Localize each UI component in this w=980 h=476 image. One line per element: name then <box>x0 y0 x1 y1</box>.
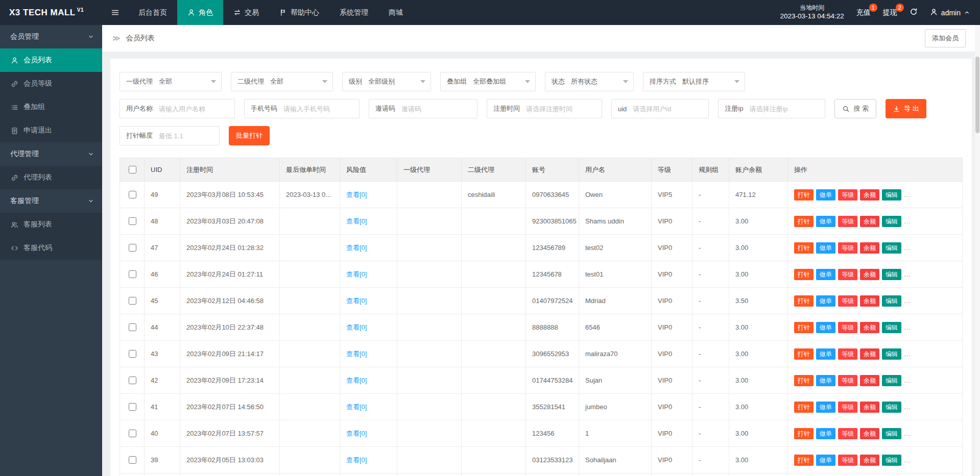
action-level-button[interactable]: 等级 <box>838 242 857 254</box>
row-checkbox[interactable] <box>129 217 136 225</box>
risk-view-link[interactable]: 查看[0] <box>346 456 367 464</box>
scrollbar-thumb[interactable] <box>975 57 979 133</box>
action-level-button[interactable]: 等级 <box>838 375 857 386</box>
action-order-button[interactable]: 做单 <box>816 322 835 333</box>
action-edit-button[interactable]: 编辑 <box>882 216 901 227</box>
action-balance-button[interactable]: 余额 <box>860 348 879 360</box>
action-inject-button[interactable]: 打针 <box>794 189 814 201</box>
filter-select-level[interactable]: 全部级别 <box>367 72 431 91</box>
action-edit-button[interactable]: 编辑 <box>882 269 901 280</box>
action-level-button[interactable]: 等级 <box>838 428 857 439</box>
row-checkbox[interactable] <box>129 403 136 411</box>
filter-select-agent1[interactable]: 全部 <box>158 72 221 91</box>
action-inject-button[interactable]: 打针 <box>794 269 814 280</box>
action-balance-button[interactable]: 余额 <box>860 375 879 386</box>
more-actions-button[interactable]: ... <box>904 350 911 358</box>
action-edit-button[interactable]: 编辑 <box>882 348 901 360</box>
more-actions-button[interactable]: ... <box>904 403 911 411</box>
batch-inject-button[interactable]: 批量打针 <box>229 126 270 145</box>
row-checkbox[interactable] <box>129 350 136 358</box>
inject-range-input[interactable] <box>158 127 219 144</box>
filter-select-stack-group[interactable]: 全部叠加组 <box>472 72 535 91</box>
action-balance-button[interactable]: 余额 <box>860 242 879 254</box>
action-level-button[interactable]: 等级 <box>838 216 857 227</box>
action-order-button[interactable]: 做单 <box>816 402 835 413</box>
filter-input-reg-time[interactable] <box>525 100 602 117</box>
action-level-button[interactable]: 等级 <box>838 295 857 307</box>
withdraw-button[interactable]: 提现 2 <box>883 8 897 17</box>
action-balance-button[interactable]: 余额 <box>860 269 879 280</box>
action-order-button[interactable]: 做单 <box>816 242 835 254</box>
action-order-button[interactable]: 做单 <box>816 348 835 360</box>
sidebar-item-member-list[interactable]: 会员列表 <box>0 48 102 72</box>
action-edit-button[interactable]: 编辑 <box>882 375 901 386</box>
export-button[interactable]: 导 出 <box>886 99 926 118</box>
action-order-button[interactable]: 做单 <box>816 189 835 201</box>
filter-input-uid[interactable] <box>632 100 708 117</box>
action-edit-button[interactable]: 编辑 <box>882 402 901 413</box>
action-balance-button[interactable]: 余额 <box>860 295 879 307</box>
action-balance-button[interactable]: 余额 <box>860 216 879 227</box>
action-order-button[interactable]: 做单 <box>816 455 835 466</box>
risk-view-link[interactable]: 查看[0] <box>346 377 367 384</box>
filter-input-reg-ip[interactable] <box>748 100 825 117</box>
filter-select-sort-order[interactable]: 默认排序 <box>681 72 745 91</box>
more-actions-button[interactable]: ... <box>904 377 911 384</box>
action-edit-button[interactable]: 编辑 <box>882 322 901 333</box>
nav-item-role[interactable]: 角色 <box>177 0 223 25</box>
action-order-button[interactable]: 做单 <box>816 269 835 280</box>
filter-input-phone[interactable] <box>282 100 359 117</box>
more-actions-button[interactable]: ... <box>904 297 911 305</box>
recharge-button[interactable]: 充值 1 <box>856 8 871 17</box>
action-edit-button[interactable]: 编辑 <box>882 189 901 201</box>
user-menu[interactable]: admin <box>930 8 970 17</box>
page-scrollbar[interactable] <box>975 25 980 476</box>
risk-view-link[interactable]: 查看[0] <box>346 430 367 437</box>
risk-view-link[interactable]: 查看[0] <box>346 350 367 358</box>
action-inject-button[interactable]: 打针 <box>794 375 814 386</box>
sidebar-item-service-code[interactable]: 客服代码 <box>0 236 102 260</box>
action-edit-button[interactable]: 编辑 <box>882 295 901 307</box>
row-checkbox[interactable] <box>129 297 136 305</box>
action-edit-button[interactable]: 编辑 <box>882 428 901 439</box>
action-edit-button[interactable]: 编辑 <box>882 455 901 466</box>
more-actions-button[interactable]: ... <box>904 323 911 331</box>
add-member-button[interactable]: 添加会员 <box>925 29 966 47</box>
filter-input-username[interactable] <box>158 100 234 117</box>
nav-item-system[interactable]: 系统管理 <box>329 0 378 25</box>
action-order-button[interactable]: 做单 <box>816 295 835 307</box>
risk-view-link[interactable]: 查看[0] <box>346 323 367 331</box>
risk-view-link[interactable]: 查看[0] <box>346 244 367 252</box>
action-inject-button[interactable]: 打针 <box>794 428 814 439</box>
row-checkbox[interactable] <box>129 377 136 384</box>
action-level-button[interactable]: 等级 <box>838 455 857 466</box>
action-inject-button[interactable]: 打针 <box>794 402 814 413</box>
sidebar-item-service-list[interactable]: 客服列表 <box>0 213 102 236</box>
sidebar-item-stack-group[interactable]: 叠加组 <box>0 95 102 119</box>
menu-toggle-button[interactable] <box>102 0 128 25</box>
action-level-button[interactable]: 等级 <box>838 322 857 333</box>
more-actions-button[interactable]: ... <box>904 456 911 464</box>
row-checkbox[interactable] <box>129 191 136 198</box>
sidebar-item-member-level[interactable]: 会员等级 <box>0 72 102 95</box>
sidebar-item-apply-exit[interactable]: 申请退出 <box>0 119 102 142</box>
more-actions-button[interactable]: ... <box>904 430 911 437</box>
action-order-button[interactable]: 做单 <box>816 216 835 227</box>
row-checkbox[interactable] <box>129 323 136 331</box>
nav-item-mall[interactable]: 商城 <box>378 0 413 25</box>
action-inject-button[interactable]: 打针 <box>794 455 814 466</box>
select-all-checkbox[interactable] <box>129 166 136 173</box>
action-inject-button[interactable]: 打针 <box>794 348 814 360</box>
action-level-button[interactable]: 等级 <box>838 348 857 360</box>
refresh-button[interactable] <box>910 8 918 17</box>
action-balance-button[interactable]: 余额 <box>860 428 879 439</box>
filter-select-agent2[interactable]: 全部 <box>269 72 332 91</box>
action-level-button[interactable]: 等级 <box>838 402 857 413</box>
row-checkbox[interactable] <box>129 270 136 278</box>
more-actions-button[interactable]: ... <box>904 191 911 198</box>
action-order-button[interactable]: 做单 <box>816 428 835 439</box>
action-inject-button[interactable]: 打针 <box>794 242 814 254</box>
sidebar-group-member[interactable]: 会员管理 <box>0 25 102 48</box>
nav-item-home[interactable]: 后台首页 <box>128 0 177 25</box>
filter-select-status[interactable]: 所有状态 <box>570 72 633 91</box>
